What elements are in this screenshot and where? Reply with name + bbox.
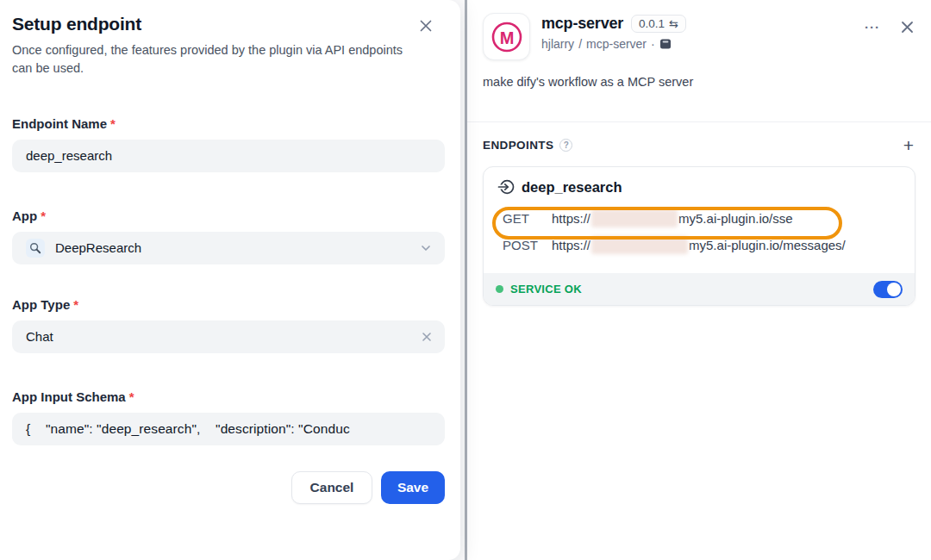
more-icon: ··· <box>865 20 880 34</box>
app-type-value: Chat <box>26 329 53 344</box>
close-icon <box>419 19 433 33</box>
drawer-title: Setup endpoint <box>12 14 141 34</box>
label-text: App Input Schema <box>12 389 126 404</box>
label-text: App <box>12 208 37 223</box>
dot-separator: · <box>651 37 655 51</box>
version-badge[interactable]: 0.0.1 ⇆ <box>631 15 686 33</box>
url-prefix: https:// <box>552 238 590 252</box>
plugin-author: hjlarry <box>541 37 574 51</box>
method-label: GET <box>503 211 552 226</box>
service-status-badge: SERVICE OK <box>510 283 582 296</box>
close-detail-button[interactable] <box>899 19 915 35</box>
app-type-label: App Type* <box>12 297 445 312</box>
endpoint-enabled-toggle[interactable] <box>873 281 903 298</box>
url-prefix: https:// <box>552 211 590 226</box>
close-icon <box>901 21 914 34</box>
cancel-button[interactable]: Cancel <box>291 471 372 504</box>
drawer-description: Once configured, the features provided b… <box>12 41 410 78</box>
method-label: POST <box>503 238 552 252</box>
endpoints-heading: ENDPOINTS <box>483 139 553 152</box>
source-badge-icon <box>659 38 672 50</box>
url-suffix: my5.ai-plugin.io/sse <box>678 211 793 226</box>
app-input-schema-input[interactable]: { "name": "deep_research", "description"… <box>12 413 445 445</box>
app-select-value: DeepResearch <box>55 240 141 255</box>
plugin-name: mcp-server <box>541 15 623 33</box>
section-divider <box>467 121 931 122</box>
required-mark: * <box>41 208 46 223</box>
endpoint-card: deep_research GET https:// my5.ai-plugin… <box>483 166 915 306</box>
endpoint-url-get[interactable]: https:// my5.ai-plugin.io/sse <box>552 209 793 227</box>
label-text: App Type <box>12 297 70 312</box>
plugin-description: make dify's workflow as a MCP server <box>483 75 915 89</box>
more-menu-button[interactable]: ··· <box>863 18 882 36</box>
app-select[interactable]: DeepResearch <box>12 232 445 264</box>
plugin-detail-panel: M mcp-server 0.0.1 ⇆ hjlarry / mcp-serve… <box>467 0 931 560</box>
redacted-url-segment <box>591 209 678 227</box>
search-icon <box>26 239 45 258</box>
label-text: Endpoint Name <box>12 116 107 131</box>
app-type-input[interactable]: Chat <box>12 320 445 353</box>
url-suffix: my5.ai-plugin.io/messages/ <box>689 238 846 252</box>
endpoint-name-input[interactable]: deep_research <box>12 140 445 172</box>
endpoint-name-label: Endpoint Name* <box>12 116 445 131</box>
redacted-url-segment <box>591 236 688 254</box>
endpoint-url-post[interactable]: https:// my5.ai-plugin.io/messages/ <box>552 236 846 254</box>
save-button[interactable]: Save <box>381 471 445 504</box>
close-drawer-button[interactable] <box>417 17 434 34</box>
add-endpoint-button[interactable]: + <box>902 134 915 156</box>
version-label: 0.0.1 <box>639 17 665 30</box>
mcp-logo-icon: M <box>489 19 525 55</box>
toggle-knob <box>887 283 901 296</box>
endpoint-row-post: POST https:// my5.ai-plugin.io/messages/ <box>503 232 901 258</box>
required-mark: * <box>110 116 116 131</box>
app-input-schema-label: App Input Schema* <box>12 389 445 404</box>
clear-icon[interactable] <box>421 331 433 343</box>
plugin-avatar: M <box>483 13 530 60</box>
endpoint-row-get: GET https:// my5.ai-plugin.io/sse <box>503 205 901 232</box>
app-input-schema-value: { "name": "deep_research", "description"… <box>26 421 350 437</box>
endpoint-name: deep_research <box>522 179 622 196</box>
plugin-repo: mcp-server <box>586 37 647 51</box>
endpoint-name-value: deep_research <box>26 148 112 163</box>
setup-endpoint-drawer: Setup endpoint Once configured, the feat… <box>0 0 460 560</box>
status-dot-icon <box>496 285 503 293</box>
required-mark: * <box>73 297 78 312</box>
svg-text:M: M <box>499 28 514 47</box>
help-icon[interactable]: ? <box>559 139 572 152</box>
app-label: App* <box>12 208 445 223</box>
plus-icon: + <box>903 136 914 154</box>
author-separator: / <box>578 37 582 51</box>
required-mark: * <box>129 389 134 404</box>
chevron-down-icon <box>419 241 433 255</box>
plugin-header: M mcp-server 0.0.1 ⇆ hjlarry / mcp-serve… <box>483 13 915 60</box>
endpoint-arrow-circle-icon <box>497 178 515 196</box>
version-swap-icon: ⇆ <box>669 17 678 30</box>
